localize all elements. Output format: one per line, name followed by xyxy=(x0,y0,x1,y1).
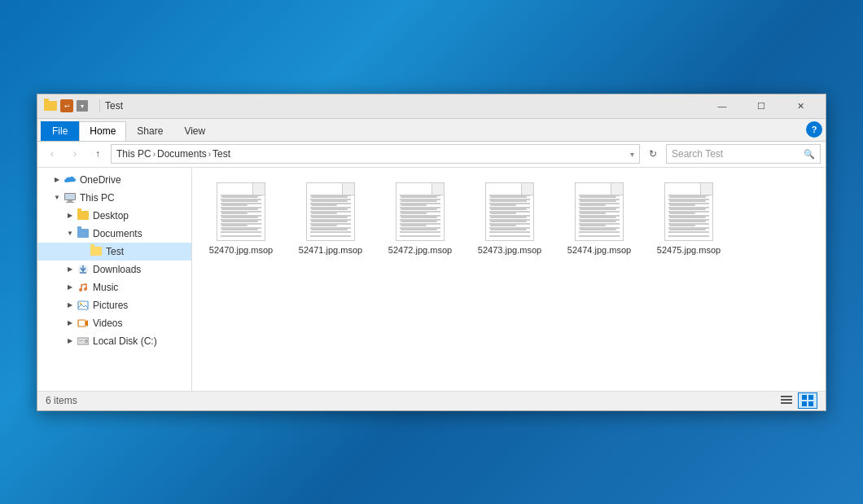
svg-rect-2 xyxy=(68,200,72,202)
fl xyxy=(401,225,427,226)
path-chevron-1: › xyxy=(153,150,156,159)
item-count: 6 items xyxy=(46,395,77,406)
search-icon[interactable]: 🔍 xyxy=(804,149,815,160)
search-box[interactable]: Search Test 🔍 xyxy=(666,144,821,164)
fl xyxy=(580,213,606,214)
fl xyxy=(490,213,516,214)
file-item-5[interactable]: 52475.jpg.msop xyxy=(648,176,729,262)
sidebar-item-pictures[interactable]: ▶ Pictures xyxy=(37,296,191,314)
address-bar: ‹ › ↑ This PC › Documents › Test ▾ ↻ Sea… xyxy=(37,142,826,168)
sidebar-item-desktop[interactable]: ▶ Desktop xyxy=(37,207,191,225)
sidebar-label-music: Music xyxy=(93,282,118,293)
up-button[interactable]: ↑ xyxy=(88,144,107,164)
svg-rect-19 xyxy=(802,395,807,400)
path-dropdown-arrow[interactable]: ▾ xyxy=(630,150,634,159)
path-chevron-2: › xyxy=(208,150,211,159)
path-part-test[interactable]: Test xyxy=(212,148,230,160)
file-item-4[interactable]: 52474.jpg.msop xyxy=(559,176,640,262)
dropdown-icon[interactable]: ▾ xyxy=(77,100,88,112)
expand-arrow-onedrive: ▶ xyxy=(50,176,64,183)
sidebar-label-test: Test xyxy=(106,246,124,257)
file-item-0[interactable]: 52470.jpg.msop xyxy=(200,176,282,262)
fl xyxy=(311,213,337,214)
back-button[interactable]: ‹ xyxy=(42,144,62,164)
sidebar-label-desktop: Desktop xyxy=(93,210,129,221)
svg-point-8 xyxy=(84,287,87,291)
grid-view-button[interactable] xyxy=(798,392,817,409)
file-lines-3 xyxy=(490,196,527,235)
folder-title-icon xyxy=(44,101,57,111)
fl xyxy=(221,217,258,218)
file-item-3[interactable]: 52473.jpg.msop xyxy=(469,176,550,262)
sidebar-item-music[interactable]: ▶ Music xyxy=(37,278,191,296)
sidebar-item-onedrive[interactable]: ▶ OneDrive xyxy=(37,171,191,189)
fl xyxy=(669,229,706,230)
fl xyxy=(669,204,695,206)
disk-icon xyxy=(77,335,90,348)
svg-rect-9 xyxy=(78,301,88,309)
sidebar-item-localdisk[interactable]: ▶ Local Disk (C:) xyxy=(37,332,191,350)
help-button[interactable]: ? xyxy=(806,121,822,138)
expand-arrow-thispc: ▼ xyxy=(50,194,64,201)
title-bar-icons: ↩ ▾ xyxy=(44,99,88,112)
maximize-button[interactable]: ☐ xyxy=(743,94,780,118)
sidebar: ▶ OneDrive ▼ This PC ▶ Deskto xyxy=(37,168,192,391)
svg-rect-11 xyxy=(78,320,85,327)
window-controls: — ☐ ✕ xyxy=(703,94,819,118)
fl xyxy=(669,217,706,218)
fl xyxy=(401,208,437,210)
address-path[interactable]: This PC › Documents › Test ▾ xyxy=(111,144,640,164)
fl xyxy=(311,208,348,210)
tab-file[interactable]: File xyxy=(41,121,79,141)
fl xyxy=(669,213,695,214)
ribbon: File Home Share View ? xyxy=(37,119,826,142)
fl xyxy=(311,217,348,218)
close-button[interactable]: ✕ xyxy=(782,94,819,118)
sidebar-item-documents[interactable]: ▼ Documents xyxy=(37,225,191,243)
file-icon-4 xyxy=(575,182,624,241)
fl xyxy=(401,213,427,214)
path-part-thispc[interactable]: This PC xyxy=(116,148,151,160)
sidebar-item-downloads[interactable]: ▶ Downloads xyxy=(37,261,191,278)
tab-share[interactable]: Share xyxy=(126,121,173,141)
status-bar: 6 items xyxy=(37,391,826,410)
file-item-2[interactable]: 52472.jpg.msop xyxy=(379,176,461,262)
thispc-icon xyxy=(64,191,77,204)
sidebar-label-downloads: Downloads xyxy=(93,264,141,275)
fl xyxy=(401,217,437,218)
list-view-button[interactable] xyxy=(777,392,796,409)
fl xyxy=(580,208,616,210)
minimize-button[interactable]: — xyxy=(703,94,741,118)
sidebar-item-videos[interactable]: ▶ Videos xyxy=(37,314,191,332)
sidebar-label-onedrive: OneDrive xyxy=(80,174,121,186)
fl xyxy=(490,208,527,210)
fl xyxy=(311,229,348,230)
onedrive-icon xyxy=(64,173,77,186)
file-name-4: 52474.jpg.msop xyxy=(567,244,631,256)
file-area: 52470.jpg.msop xyxy=(192,168,826,391)
fl xyxy=(669,200,706,202)
sidebar-label-documents: Documents xyxy=(93,228,142,239)
fl xyxy=(221,204,248,206)
refresh-button[interactable]: ↻ xyxy=(643,144,663,164)
fl xyxy=(221,208,258,210)
svg-rect-15 xyxy=(79,340,83,341)
sidebar-item-test[interactable]: ▶ Test xyxy=(37,243,191,261)
tab-home[interactable]: Home xyxy=(79,121,126,141)
title-bar: ↩ ▾ Test — ☐ ✕ xyxy=(37,94,826,119)
fl xyxy=(490,229,527,230)
music-icon xyxy=(77,281,90,294)
file-icon-2 xyxy=(396,182,445,241)
tab-view[interactable]: View xyxy=(173,121,216,141)
window-title: Test xyxy=(105,100,703,112)
file-item-1[interactable]: 52471.jpg.msop xyxy=(290,176,371,262)
forward-button[interactable]: › xyxy=(65,144,85,164)
sidebar-item-thispc[interactable]: ▼ This PC xyxy=(37,189,191,207)
svg-rect-17 xyxy=(781,399,792,401)
fl xyxy=(221,221,258,222)
pictures-icon xyxy=(77,299,90,312)
path-part-documents[interactable]: Documents xyxy=(157,148,207,160)
file-explorer-window: ↩ ▾ Test — ☐ ✕ File Home Share View ? ‹ … xyxy=(37,94,826,411)
fl xyxy=(490,217,527,218)
sidebar-label-pictures: Pictures xyxy=(93,300,128,311)
